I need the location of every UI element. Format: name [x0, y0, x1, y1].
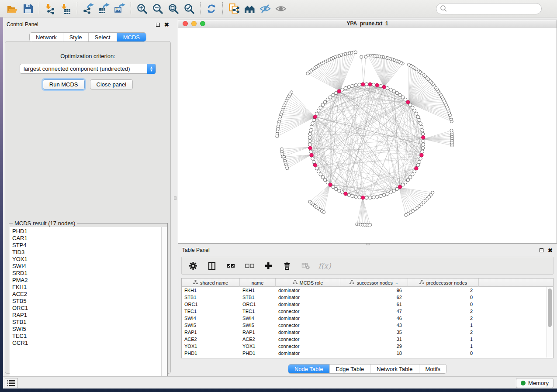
table-row[interactable]: ACE2ACE2connector311 [182, 336, 553, 343]
table-row[interactable]: YOX1YOX1connector291 [182, 343, 553, 350]
table-row[interactable]: FKH1FKH1dominator962 [182, 287, 553, 294]
close-panel-button[interactable]: Close panel [90, 79, 133, 89]
table-row[interactable]: TEC1TEC1connector472 [182, 308, 553, 315]
column-header-shared-name[interactable]: shared name [182, 279, 240, 287]
column-header-successor-nodes[interactable]: successor nodes⌄ [340, 279, 408, 287]
save-session-icon[interactable] [20, 2, 36, 16]
table-row[interactable]: SWI5SWI5connector431 [182, 322, 553, 329]
show-panel-list-button[interactable] [5, 378, 18, 388]
delete-columns-icon[interactable] [282, 261, 292, 271]
search-input[interactable] [436, 3, 542, 14]
tab-select[interactable]: Select [89, 33, 117, 41]
mcds-result-item[interactable]: ACE2 [12, 291, 162, 298]
mcds-result-item[interactable]: CAR1 [12, 235, 162, 242]
table-panel: Table Panel ✖ f(x) shared namenameMCDS r… [178, 245, 557, 375]
mcds-result-item[interactable]: SRD1 [12, 270, 162, 277]
tab-network[interactable]: Network [30, 33, 63, 41]
mcds-result-item[interactable]: SWI4 [12, 263, 162, 270]
mcds-result-item[interactable]: STB1 [12, 319, 162, 326]
zoom-fit-icon[interactable] [166, 2, 181, 16]
table-cell: 61 [340, 302, 408, 307]
tab-edge-table[interactable]: Edge Table [329, 364, 370, 373]
open-file-icon[interactable] [4, 2, 20, 16]
table-cell: 1 [408, 344, 479, 349]
mcds-result-item[interactable]: RAP1 [12, 312, 162, 319]
new-network-from-selection-icon[interactable] [226, 2, 242, 16]
tab-mcds[interactable]: MCDS [117, 33, 146, 41]
mcds-result-item[interactable]: YOX1 [12, 256, 162, 263]
import-table-icon[interactable] [58, 2, 74, 16]
mcds-result-scrollbar[interactable] [161, 227, 167, 382]
column-header-predecessor-nodes[interactable]: predecessor nodes [408, 279, 479, 287]
zoom-in-icon[interactable] [134, 2, 150, 16]
memory-status-icon [521, 381, 526, 385]
table-settings-icon[interactable] [188, 261, 198, 271]
tab-style[interactable]: Style [63, 33, 89, 41]
refresh-layout-icon[interactable] [204, 2, 219, 16]
vertical-splitter[interactable] [173, 20, 178, 376]
control-panel-close-icon[interactable]: ✖ [164, 23, 169, 27]
mcds-result-list[interactable]: PHD1CAR1STP4TID3YOX1SWI4SRD1PMA2FKH1ACE2… [10, 227, 162, 382]
table-scrollbar[interactable] [547, 287, 553, 358]
tab-network-table[interactable]: Network Table [370, 364, 419, 373]
table-cell: RAP1 [240, 330, 276, 335]
table-row[interactable]: STB1STB1dominator620 [182, 294, 553, 301]
column-header-MCDS-role[interactable]: MCDS role [276, 279, 340, 287]
mcds-result-item[interactable]: STB5 [12, 298, 162, 305]
network-graph[interactable] [178, 28, 557, 243]
mcds-result-item[interactable]: TEC1 [12, 333, 162, 340]
mcds-result-item[interactable]: FKH1 [12, 284, 162, 291]
table-row[interactable]: RAP1RAP1dominator352 [182, 329, 553, 336]
first-neighbors-icon[interactable] [242, 2, 257, 16]
mcds-result-item[interactable]: GCR1 [12, 340, 162, 347]
control-panel-float-icon[interactable] [156, 23, 160, 27]
table-cell: 43 [340, 323, 408, 328]
mcds-result-item[interactable]: PMA2 [12, 277, 162, 284]
tab-motifs[interactable]: Motifs [419, 364, 446, 373]
attribute-type-icon [293, 280, 298, 285]
network-window-titlebar[interactable]: YPA_prune.txt_1 [178, 20, 557, 28]
import-network-icon[interactable] [42, 2, 58, 16]
mcds-result-item[interactable]: STP4 [12, 242, 162, 249]
attribute-type-icon [349, 280, 354, 285]
table-row[interactable]: PHD1PHD1dominator180 [182, 350, 553, 357]
select-all-rows-icon[interactable] [225, 261, 236, 271]
column-visibility-icon[interactable] [207, 261, 217, 271]
zoom-selected-icon[interactable] [181, 2, 197, 16]
tab-node-table[interactable]: Node Table [288, 364, 330, 373]
table-row[interactable]: SWI4SWI4dominator462 [182, 315, 553, 322]
column-header-name[interactable]: name [240, 279, 276, 287]
criterion-dropdown[interactable]: largest connected component (undirected)… [20, 64, 156, 74]
table-cell: ORC1 [240, 302, 276, 307]
table-panel-close-icon[interactable]: ✖ [548, 248, 553, 252]
show-all-icon[interactable] [273, 2, 289, 16]
table-cell: connector [276, 344, 340, 349]
export-network-icon[interactable] [80, 2, 96, 16]
table-row[interactable]: ORC1ORC1dominator610 [182, 301, 553, 308]
mcds-panel: NetworkStyleSelectMCDS Optimization crit… [5, 41, 171, 374]
network-canvas[interactable] [178, 28, 557, 243]
mcds-result-item[interactable]: PHD1 [12, 228, 162, 235]
table-cell: PHD1 [240, 351, 276, 356]
export-table-icon[interactable] [96, 2, 112, 16]
toolbar-separator [77, 2, 77, 15]
main-toolbar [0, 0, 557, 17]
table-cell: SWI5 [240, 323, 276, 328]
add-column-icon[interactable] [263, 261, 273, 271]
sort-indicator-icon: ⌄ [395, 281, 398, 285]
mcds-result-item[interactable]: ORC1 [12, 305, 162, 312]
table-toolbar: f(x) [181, 257, 554, 275]
vertical-splitter-grip[interactable] [174, 196, 176, 200]
export-image-icon[interactable] [112, 2, 128, 16]
memory-button[interactable]: Memory [516, 378, 554, 388]
table-panel-float-icon[interactable] [540, 248, 543, 252]
deselect-all-rows-icon[interactable] [244, 261, 255, 271]
mcds-result-item[interactable]: TID3 [12, 249, 162, 256]
node-table: shared namenameMCDS rolesuccessor nodes⌄… [181, 278, 554, 358]
hide-selected-icon[interactable] [257, 2, 273, 16]
table-cell: 62 [340, 295, 408, 300]
zoom-out-icon[interactable] [150, 2, 166, 16]
run-mcds-button[interactable]: Run MCDS [43, 79, 85, 89]
table-scrollbar-thumb[interactable] [548, 289, 552, 327]
mcds-result-item[interactable]: SWI5 [12, 326, 162, 333]
